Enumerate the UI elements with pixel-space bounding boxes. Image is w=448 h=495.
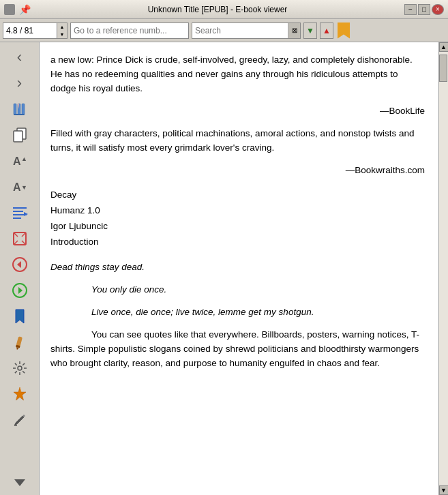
highlight-icon bbox=[12, 334, 28, 350]
svg-line-36 bbox=[14, 371, 16, 373]
scroll-down-arrow[interactable]: ▼ bbox=[439, 485, 449, 495]
italic-3: Live once, die once; live twice, lemme g… bbox=[50, 305, 425, 320]
library-button[interactable] bbox=[5, 97, 35, 121]
page-navigation: ▲ ▼ bbox=[3, 22, 68, 39]
toc-item-4: Introduction bbox=[50, 235, 425, 250]
svg-text:▼: ▼ bbox=[21, 184, 27, 191]
window-title: Unknown Title [EPUB] - E-book viewer bbox=[31, 5, 404, 14]
svg-text:A: A bbox=[13, 155, 21, 167]
svg-text:A: A bbox=[13, 181, 21, 193]
paragraph-1: a new low: Prince Dick is crude, self-in… bbox=[50, 53, 425, 96]
svg-rect-2 bbox=[22, 104, 25, 115]
sidebar: ‹ › A ▲ bbox=[0, 42, 40, 495]
attribution-1: —BookLife bbox=[50, 104, 425, 119]
preferences-icon bbox=[12, 360, 28, 376]
svg-marker-24 bbox=[18, 287, 23, 294]
content-text: a new low: Prince Dick is crude, self-in… bbox=[50, 53, 425, 371]
toc-item-3: Igor Ljubuncic bbox=[50, 220, 425, 234]
library-icon bbox=[12, 101, 28, 117]
search-input[interactable] bbox=[192, 23, 288, 38]
decrease-font-icon: A ▼ bbox=[12, 179, 28, 195]
toc-icon bbox=[12, 205, 28, 221]
minimize-button[interactable]: − bbox=[404, 4, 417, 15]
toc-button[interactable] bbox=[5, 200, 35, 225]
toc-list: Decay Humanz 1.0 Igor Ljubuncic Introduc… bbox=[50, 188, 425, 250]
decrease-font-button[interactable]: A ▼ bbox=[5, 175, 35, 199]
page-spinner: ▲ ▼ bbox=[57, 22, 68, 39]
search-clear-button[interactable]: ⊠ bbox=[288, 23, 300, 38]
increase-font-button[interactable]: A ▲ bbox=[5, 149, 35, 173]
svg-rect-25 bbox=[16, 336, 22, 346]
edit-button[interactable] bbox=[5, 408, 35, 432]
search-prev-button[interactable]: ▲ bbox=[320, 22, 333, 39]
scroll-down-button[interactable] bbox=[12, 474, 28, 492]
toolbar: ▲ ▼ ⊠ ▼ ▲ bbox=[0, 19, 448, 42]
close-button[interactable]: × bbox=[432, 4, 444, 15]
svg-line-35 bbox=[23, 363, 25, 365]
back-icon bbox=[12, 256, 28, 273]
italic-2: You only die once. bbox=[50, 283, 425, 297]
bookmark-sidebar-icon bbox=[12, 308, 28, 325]
forward-button[interactable] bbox=[5, 278, 35, 303]
plugins-icon bbox=[12, 386, 28, 402]
svg-rect-0 bbox=[14, 104, 16, 115]
scroll-thumb[interactable] bbox=[439, 55, 447, 82]
scroll-down-icon bbox=[12, 474, 28, 490]
book-content: a new low: Prince Dick is crude, self-in… bbox=[40, 42, 438, 495]
svg-marker-15 bbox=[24, 212, 28, 216]
prev-page-button[interactable]: ‹ bbox=[5, 45, 35, 70]
page-down-button[interactable]: ▼ bbox=[57, 31, 67, 38]
svg-point-28 bbox=[18, 366, 22, 370]
search-container: ⊠ bbox=[192, 22, 301, 39]
app-icon bbox=[4, 4, 15, 15]
svg-rect-14 bbox=[13, 217, 21, 219]
scroll-up-arrow[interactable]: ▲ bbox=[439, 42, 449, 52]
window-controls: − □ × bbox=[404, 4, 444, 15]
plugins-button[interactable] bbox=[5, 382, 35, 406]
page-input[interactable] bbox=[3, 22, 57, 39]
svg-marker-39 bbox=[14, 479, 25, 486]
copy-icon bbox=[12, 127, 28, 143]
scroll-track[interactable] bbox=[439, 52, 449, 485]
italic-1: Dead things stay dead. bbox=[50, 260, 425, 275]
paragraph-3: You can see quotes like that everywhere.… bbox=[50, 328, 425, 371]
search-next-button[interactable]: ▼ bbox=[303, 22, 317, 39]
svg-rect-6 bbox=[14, 131, 23, 142]
forward-icon bbox=[12, 282, 28, 299]
back-button[interactable] bbox=[5, 252, 35, 277]
main-area: ‹ › A ▲ bbox=[0, 42, 448, 495]
fullscreen-button[interactable] bbox=[5, 226, 35, 251]
svg-line-33 bbox=[14, 363, 16, 365]
pin-icon: 📌 bbox=[19, 4, 31, 15]
svg-rect-11 bbox=[13, 207, 27, 209]
page-up-button[interactable]: ▲ bbox=[57, 23, 67, 31]
title-bar: 📌 Unknown Title [EPUB] - E-book viewer −… bbox=[0, 0, 448, 19]
preferences-button[interactable] bbox=[5, 356, 35, 380]
highlight-button[interactable] bbox=[5, 330, 35, 355]
scrollbar[interactable]: ▲ ▼ bbox=[438, 42, 448, 495]
svg-rect-3 bbox=[14, 114, 25, 115]
paragraph-2: Filled with gray characters, political m… bbox=[50, 127, 425, 155]
next-page-button[interactable]: › bbox=[5, 71, 35, 95]
attribution-2: —Bookwraiths.com bbox=[50, 164, 425, 178]
svg-marker-22 bbox=[17, 261, 21, 268]
toc-item-2: Humanz 1.0 bbox=[50, 204, 425, 218]
toc-item-1: Decay bbox=[50, 188, 425, 202]
svg-text:▲: ▲ bbox=[21, 155, 27, 162]
increase-font-icon: A ▲ bbox=[12, 153, 28, 169]
reference-input[interactable] bbox=[70, 22, 189, 39]
bookmark-button[interactable] bbox=[5, 304, 35, 329]
svg-line-34 bbox=[23, 371, 25, 373]
copy-button[interactable] bbox=[5, 123, 35, 147]
svg-rect-12 bbox=[13, 211, 23, 212]
maximize-button[interactable]: □ bbox=[418, 4, 430, 15]
title-bar-left: 📌 bbox=[4, 4, 31, 15]
edit-icon bbox=[12, 412, 28, 428]
fullscreen-icon bbox=[12, 230, 28, 247]
bookmark-icon[interactable] bbox=[338, 22, 350, 39]
